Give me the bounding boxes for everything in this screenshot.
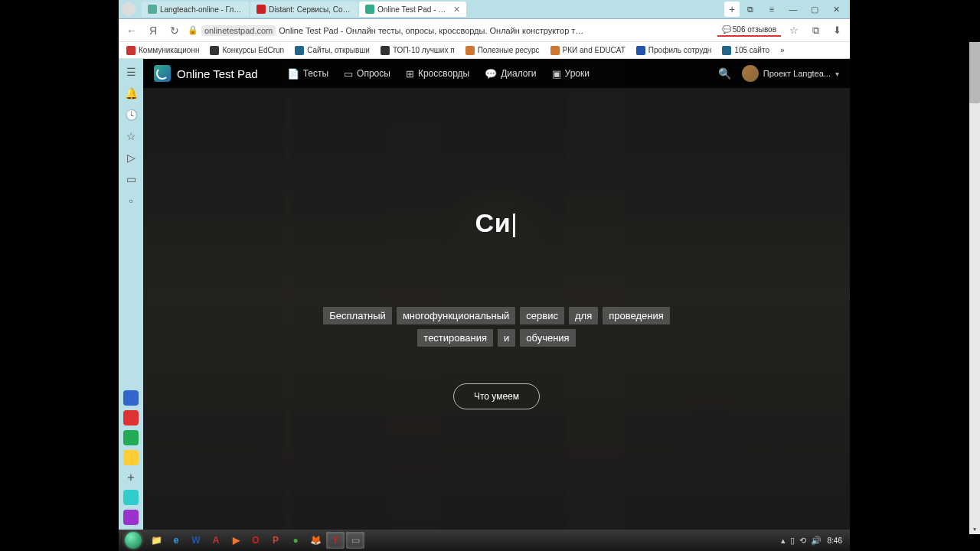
sidebar-icon[interactable]: ▭ <box>124 172 138 186</box>
maximize-button[interactable]: ▢ <box>804 2 825 17</box>
bookmark-item[interactable]: Профиль сотрудн <box>632 45 716 56</box>
windows-icon <box>125 532 142 549</box>
nav-link[interactable]: ⊞Кроссворды <box>406 68 469 80</box>
app-icon: 🦊 <box>310 535 322 546</box>
sidebar-app-icon[interactable] <box>123 510 139 525</box>
bookmark-item[interactable]: Коммуникационн <box>122 45 204 56</box>
close-icon[interactable]: ✕ <box>453 5 460 15</box>
bookmark-item[interactable]: Полезные ресурс <box>461 45 544 56</box>
taskbar-app[interactable]: e <box>167 532 185 549</box>
tab-label: Distant: Сервисы, Советы <box>269 5 351 14</box>
browser-tab[interactable]: Langteach-online - Главна <box>142 2 249 17</box>
taskbar-app[interactable]: O <box>247 532 265 549</box>
sidebar-app-icon[interactable] <box>123 430 139 445</box>
sidebar-icon[interactable]: ☰ <box>124 65 138 79</box>
hero-section: Си Бесплатныймногофункциональныйсервисдл… <box>143 59 850 530</box>
start-button[interactable] <box>122 531 145 549</box>
close-button[interactable]: ✕ <box>825 2 847 17</box>
app-icon: ▶ <box>233 535 240 546</box>
clock[interactable]: 8:46 <box>828 536 842 545</box>
search-icon[interactable]: 🔍 <box>718 67 731 80</box>
taskbar-app[interactable]: 🦊 <box>306 532 325 549</box>
app-icon: O <box>252 535 259 546</box>
bookmark-item[interactable]: ТОП-10 лучших п <box>376 45 459 56</box>
address-bar: ← Я ↻ 🔒 onlinetestpad.com Online Test Pa… <box>119 19 850 42</box>
tagline-word: проведения <box>603 307 670 324</box>
taskbar-app[interactable]: P <box>266 532 285 549</box>
tray-icon[interactable]: ▴ <box>781 536 786 546</box>
sidebar-icon[interactable]: 🔔 <box>124 86 138 100</box>
cta-button[interactable]: Что умеем <box>453 383 540 409</box>
bookmark-item[interactable]: Сайты, открывши <box>290 45 374 56</box>
taskbar-app[interactable]: Y <box>326 532 345 549</box>
sidebar-app-icon[interactable] <box>123 490 139 505</box>
sidebar-icon[interactable]: ☆ <box>124 129 138 143</box>
taskbar-app[interactable]: A <box>207 532 225 549</box>
reload-button[interactable]: ↻ <box>166 22 183 39</box>
app-icon: P <box>273 535 279 546</box>
sidebar-icon[interactable]: ▫ <box>124 194 138 207</box>
bookmark-icon <box>126 46 136 55</box>
taskbar-app[interactable]: W <box>187 532 205 549</box>
extensions-icon[interactable]: ⧉ <box>807 22 824 39</box>
app-icon: e <box>174 535 179 546</box>
bookmark-label: Коммуникационн <box>139 46 199 54</box>
bookmark-icon <box>636 46 645 55</box>
menu-icon[interactable]: ≡ <box>761 2 782 17</box>
tray-icon[interactable]: 🔊 <box>811 536 822 546</box>
bookmark-icon[interactable]: ☆ <box>786 22 802 39</box>
nav-label: Диалоги <box>501 68 536 79</box>
lock-icon: 🔒 <box>188 25 198 35</box>
taskbar-app[interactable]: ● <box>286 532 305 549</box>
nav-link[interactable]: ▭Опросы <box>344 68 390 80</box>
taskbar-app[interactable]: ▭ <box>346 532 364 549</box>
nav-links: 📄Тесты▭Опросы⊞Кроссворды💬Диалоги▣Уроки <box>287 68 590 80</box>
nav-link[interactable]: ▣Уроки <box>552 68 590 80</box>
url-field[interactable]: 🔒 onlinetestpad.com Online Test Pad - Он… <box>188 25 713 36</box>
user-menu[interactable]: Проект Langtea... ▾ <box>742 65 839 82</box>
bookmarks-more[interactable]: » <box>776 45 789 55</box>
tray-icon[interactable]: ⟲ <box>799 536 806 546</box>
nav-icon: ▣ <box>552 68 561 80</box>
taskbar-app[interactable]: 📁 <box>147 532 165 549</box>
taskbar-app[interactable]: ▶ <box>227 532 245 549</box>
reviews-badge[interactable]: 💬506 отзывов <box>717 24 781 37</box>
sidebar-app-icon[interactable] <box>123 390 139 406</box>
sidebar-app-icon[interactable]: + <box>123 470 139 485</box>
bookmark-icon <box>381 46 390 55</box>
back-button[interactable]: ← <box>123 22 140 39</box>
bookmark-label: Полезные ресурс <box>478 46 540 54</box>
yandex-button[interactable]: Я <box>145 22 162 39</box>
bookmark-item[interactable]: 105 сайто <box>717 45 774 56</box>
browser-tab[interactable]: Online Test Pad - Онла✕ <box>359 2 466 17</box>
sidebar-app-icon[interactable] <box>123 410 139 425</box>
sidebar-app-icon[interactable] <box>123 450 139 465</box>
bookmark-label: Сайты, открывши <box>307 46 370 54</box>
site-logo[interactable]: Online Test Pad <box>154 65 258 82</box>
sidebar-icon[interactable]: 🕓 <box>124 108 138 122</box>
sidebar-icon[interactable]: ▷ <box>124 151 138 165</box>
tagline-word: Бесплатный <box>323 307 392 324</box>
sidebar-toggle-icon[interactable]: ⧉ <box>740 2 761 17</box>
user-name: Проект Langtea... <box>763 69 831 78</box>
minimize-button[interactable]: — <box>782 2 804 17</box>
url-domain: onlinetestpad.com <box>201 25 276 36</box>
bookmark-item[interactable]: Конкурсы EdCrun <box>205 45 289 56</box>
tagline-word: тестирования <box>417 329 493 347</box>
new-tab-button[interactable]: + <box>724 2 740 17</box>
app-icon: A <box>213 535 220 546</box>
nav-link[interactable]: 💬Диалоги <box>485 68 536 80</box>
bookmark-item[interactable]: РКИ and EDUCAT <box>546 45 630 56</box>
bookmark-label: ТОП-10 лучших п <box>393 46 455 54</box>
window-titlebar: Langteach-online - ГлавнаDistant: Сервис… <box>119 0 850 19</box>
tagline-word: многофункциональный <box>397 307 515 324</box>
bookmarks-bar: КоммуникационнКонкурсы EdCrunСайты, откр… <box>119 42 850 59</box>
site-navbar: Online Test Pad 📄Тесты▭Опросы⊞Кроссворды… <box>143 59 850 88</box>
browser-tab[interactable]: Distant: Сервисы, Советы <box>250 2 358 17</box>
download-icon[interactable]: ⬇ <box>828 22 845 39</box>
nav-icon: ⊞ <box>406 68 414 80</box>
bookmark-icon <box>722 46 731 55</box>
tray-icon[interactable]: ▯ <box>790 536 795 546</box>
nav-link[interactable]: 📄Тесты <box>287 68 328 80</box>
profile-avatar[interactable] <box>122 2 136 16</box>
